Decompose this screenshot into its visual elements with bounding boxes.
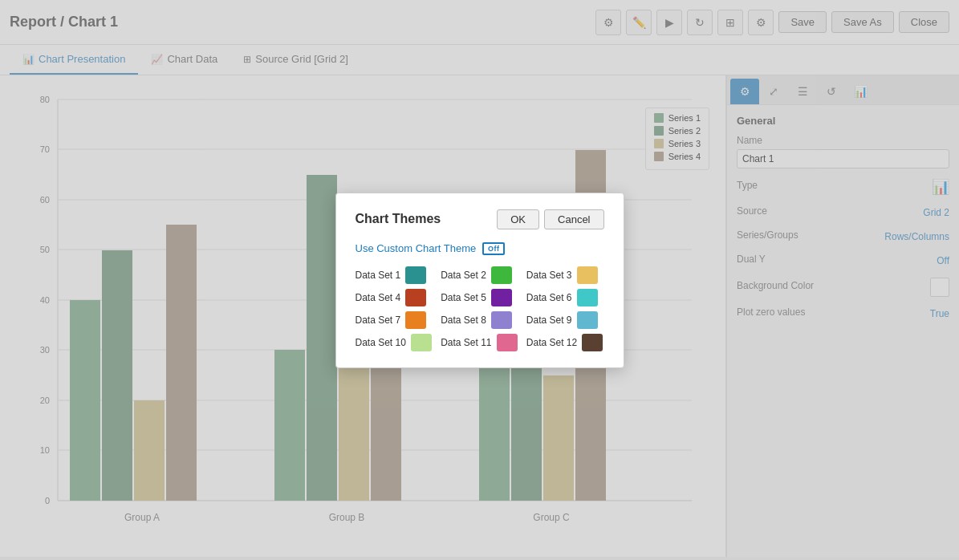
dataset-label-7: Data Set 7 (356, 314, 401, 326)
modal-cancel-button[interactable]: Cancel (544, 209, 603, 229)
dataset-item-11: Data Set 11 (441, 334, 518, 351)
dataset-color-3[interactable] (577, 266, 598, 284)
dataset-label-11: Data Set 11 (441, 337, 491, 348)
dataset-color-10[interactable] (411, 334, 432, 351)
dataset-item-2: Data Set 2 (441, 266, 518, 284)
dataset-color-12[interactable] (582, 334, 603, 351)
modal-ok-button[interactable]: OK (497, 209, 539, 229)
dataset-color-9[interactable] (577, 311, 598, 329)
modal-action-buttons: OK Cancel (497, 209, 603, 229)
dataset-item-6: Data Set 6 (526, 289, 604, 306)
dataset-item-10: Data Set 10 (356, 334, 433, 351)
custom-theme-toggle[interactable]: Off (482, 242, 505, 255)
dataset-item-1: Data Set 1 (356, 266, 433, 284)
dataset-label-6: Data Set 6 (526, 292, 572, 303)
dataset-label-1: Data Set 1 (356, 270, 401, 281)
dataset-label-9: Data Set 9 (526, 314, 572, 326)
dataset-label-4: Data Set 4 (356, 292, 401, 303)
dataset-color-5[interactable] (491, 289, 512, 306)
dataset-label-10: Data Set 10 (356, 337, 406, 348)
dataset-color-6[interactable] (577, 289, 598, 306)
dataset-item-3: Data Set 3 (526, 266, 604, 284)
custom-theme-row: Use Custom Chart Theme Off (356, 242, 604, 255)
dataset-color-4[interactable] (405, 289, 426, 306)
dataset-color-1[interactable] (405, 266, 426, 284)
dataset-label-3: Data Set 3 (526, 270, 572, 281)
custom-theme-label: Use Custom Chart Theme (356, 242, 477, 254)
dataset-color-7[interactable] (405, 311, 426, 329)
modal-overlay: Chart Themes OK Cancel Use Custom Chart … (0, 0, 959, 560)
dataset-color-8[interactable] (491, 311, 512, 329)
dataset-label-12: Data Set 12 (526, 337, 577, 348)
dataset-label-2: Data Set 2 (441, 270, 486, 281)
dataset-item-7: Data Set 7 (356, 311, 433, 329)
modal-title: Chart Themes (356, 212, 441, 226)
dataset-label-5: Data Set 5 (441, 292, 486, 303)
dataset-item-8: Data Set 8 (441, 311, 518, 329)
dataset-grid: Data Set 1Data Set 2Data Set 3Data Set 4… (356, 266, 604, 351)
dataset-label-8: Data Set 8 (441, 314, 486, 326)
dataset-item-4: Data Set 4 (356, 289, 433, 306)
modal-header: Chart Themes OK Cancel (356, 209, 604, 229)
dataset-item-9: Data Set 9 (526, 311, 604, 329)
dataset-item-12: Data Set 12 (526, 334, 604, 351)
dataset-color-2[interactable] (491, 266, 512, 284)
chart-themes-modal: Chart Themes OK Cancel Use Custom Chart … (335, 193, 624, 368)
dataset-color-11[interactable] (497, 334, 518, 351)
dataset-item-5: Data Set 5 (441, 289, 518, 306)
